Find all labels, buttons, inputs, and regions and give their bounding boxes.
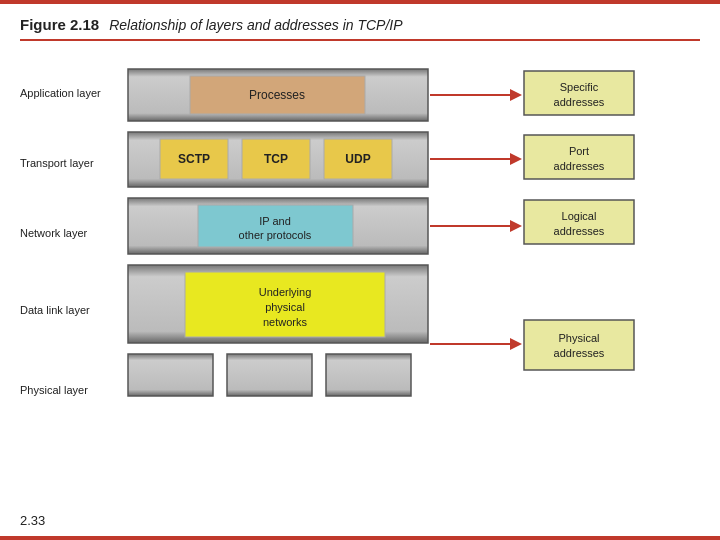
data-link-text2: physical [265, 301, 305, 313]
transport-arrow-head [510, 153, 522, 165]
logical-addr-text1: Logical [562, 210, 597, 222]
physical-arrow-head [510, 338, 522, 350]
udp-label: UDP [345, 152, 370, 166]
figure-label: Figure 2.18 [20, 16, 99, 33]
port-addr-text1: Port [569, 145, 589, 157]
physical-addr-text1: Physical [559, 332, 600, 344]
physical-block-2 [227, 354, 312, 396]
diagram-svg: Application layer Transport layer Networ… [20, 49, 700, 464]
network-layer-label: Network layer [20, 227, 88, 239]
app-layer-text: Processes [249, 88, 305, 102]
figure-caption: Relationship of layers and addresses in … [109, 17, 402, 33]
physical-block-1 [128, 354, 213, 396]
transport-layer-label: Transport layer [20, 157, 94, 169]
diagram-area: Application layer Transport layer Networ… [20, 49, 700, 449]
app-arrow-head [510, 89, 522, 101]
physical-block-3 [326, 354, 411, 396]
title-row: Figure 2.18 Relationship of layers and a… [20, 16, 700, 41]
specific-addr-text1: Specific [560, 81, 599, 93]
data-link-text1: Underlying [259, 286, 312, 298]
physical-layer-label: Physical layer [20, 384, 88, 396]
tcp-label: TCP [264, 152, 288, 166]
port-addr-text2: addresses [554, 160, 605, 172]
bottom-bar [0, 536, 720, 540]
specific-addr-text2: addresses [554, 96, 605, 108]
application-layer-label: Application layer [20, 87, 101, 99]
physical-addr-text2: addresses [554, 347, 605, 359]
physical-addr-box [524, 320, 634, 370]
data-link-text3: networks [263, 316, 308, 328]
port-addr-box [524, 135, 634, 179]
network-label-line2: other protocols [239, 229, 312, 241]
logical-addr-text2: addresses [554, 225, 605, 237]
logical-addr-box [524, 200, 634, 244]
specific-addr-box [524, 71, 634, 115]
page-number: 2.33 [20, 513, 45, 528]
sctp-label: SCTP [178, 152, 210, 166]
network-arrow-head [510, 220, 522, 232]
data-link-layer-label: Data link layer [20, 304, 90, 316]
network-label-line1: IP and [259, 215, 291, 227]
